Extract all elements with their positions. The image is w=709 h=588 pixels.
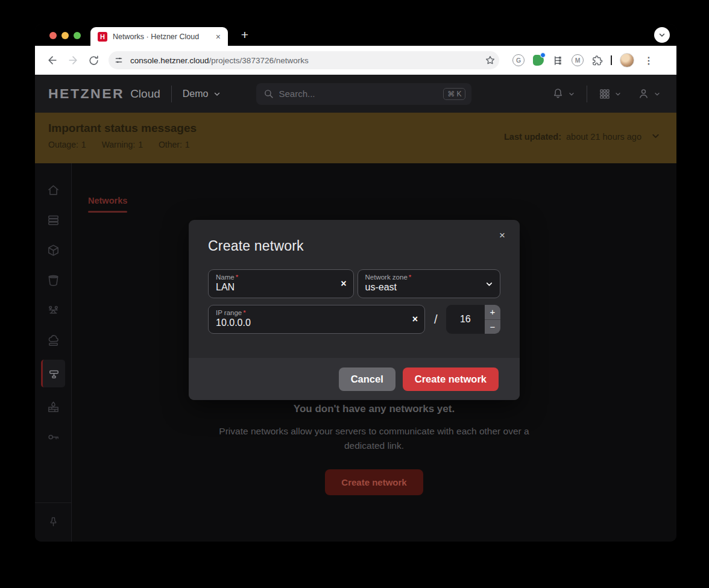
sidebar-item-security-keys[interactable] [42,426,64,448]
tab-networks[interactable]: Networks [88,196,127,213]
chevron-down-icon [485,280,494,289]
extensions-puzzle-icon[interactable] [591,55,603,66]
prefix-increment-button[interactable]: + [485,305,500,320]
extensions-area: G M ⋮ [512,53,655,67]
sidebar-item-networks[interactable] [41,360,65,387]
browser-toolbar: console.hetzner.cloud/projects/3873726/n… [35,46,676,75]
notifications-menu[interactable] [544,87,583,100]
bell-icon [552,87,564,100]
ip-range-clear-icon[interactable]: × [412,314,418,325]
sidebar-item-home[interactable] [42,179,64,201]
tab-active-underline [88,211,127,213]
other-stat: Other:1 [159,140,190,149]
sidebar-item-volumes[interactable] [42,239,64,261]
back-button[interactable] [45,52,60,68]
ip-range-label: IP range* [216,309,404,316]
browser-menu-button[interactable]: ⋮ [642,55,655,66]
chevron-down-icon [658,31,666,39]
grid-icon [599,88,611,100]
reload-icon [88,55,99,66]
empty-create-network-button[interactable]: Create network [325,469,423,495]
cloud-label: Cloud [130,87,160,101]
sidebar-item-servers[interactable] [42,209,64,231]
modal-footer: Cancel Create network [189,358,520,400]
site-settings-icon[interactable] [111,52,127,68]
empty-state-title: You don't have any networks yet. [72,403,676,415]
sidebar-pin-button[interactable] [42,511,64,533]
network-zone-field[interactable]: Network zone* us-east [358,269,501,298]
toolbar-separator [611,55,612,65]
home-icon [46,183,60,197]
network-zone-label: Network zone* [365,274,480,281]
url-text: console.hetzner.cloud/projects/3873726/n… [130,56,485,65]
sidebar-item-load-balancers[interactable] [42,299,64,321]
network-icon [47,367,61,381]
tab-networks-label: Networks [88,196,127,205]
user-menu[interactable] [629,87,663,100]
close-window-button[interactable] [49,32,57,39]
instapaper-extension-icon[interactable]: M [572,54,584,66]
reload-button[interactable] [86,52,101,68]
grammarly-extension-icon[interactable]: G [512,54,525,66]
search-shortcut-badge: ⌘ K [443,88,465,100]
sidebar-bottom [35,502,71,542]
load-balancer-icon [46,304,60,317]
status-banner: Important status messages Outage:1 Warni… [35,113,676,163]
sidebar-item-floating-ips[interactable] [42,330,64,351]
ip-range-field[interactable]: IP range* × [208,305,425,334]
evernote-extension-icon[interactable] [532,54,544,66]
network-zone-select[interactable]: us-east [365,282,480,293]
warning-stat: Warning:1 [102,140,143,149]
sidebar-item-firewalls[interactable] [42,396,64,418]
forward-button[interactable] [65,52,81,68]
sidebar [35,163,72,542]
app-header: HETZNER Cloud Demo Search... ⌘ K [35,75,676,113]
servers-icon [46,213,60,227]
floating-ip-icon [46,334,60,348]
chevron-down-icon [654,90,661,98]
fullscreen-window-button[interactable] [74,32,81,39]
bookmark-star-icon[interactable] [485,55,496,66]
prefix-decrement-button[interactable]: − [485,320,500,334]
project-selector[interactable]: Demo [183,89,222,99]
tab-strip: H Networks · Hetzner Cloud × + [35,24,676,46]
modal-close-icon[interactable]: × [497,228,508,243]
new-tab-button[interactable]: + [236,27,253,43]
name-clear-icon[interactable]: × [341,278,346,289]
search-placeholder: Search... [279,89,438,99]
tab-search-button[interactable] [654,27,670,43]
name-input[interactable] [216,282,333,293]
name-field[interactable]: Name* × [208,269,354,298]
firewall-icon [46,400,60,414]
ip-range-input[interactable] [216,317,404,328]
chevron-down-icon [614,90,622,98]
banner-expand-button[interactable] [651,131,661,141]
forward-arrow-icon [67,54,79,66]
minimize-window-button[interactable] [61,32,69,39]
person-icon [637,87,650,100]
prefix-separator: / [434,313,438,327]
name-label: Name* [216,274,333,281]
prefix-value[interactable]: 16 [446,305,485,334]
hetzner-favicon: H [98,32,107,42]
header-divider [171,86,172,102]
apps-menu[interactable] [591,88,629,100]
tree-extension-icon[interactable] [552,55,564,66]
browser-tab[interactable]: H Networks · Hetzner Cloud × [90,27,228,46]
sidebar-item-object-storage[interactable] [42,269,64,291]
cancel-button[interactable]: Cancel [339,367,395,391]
profile-avatar[interactable] [620,53,634,67]
create-network-modal: × Create network Name* × Network zone* u… [189,220,520,400]
create-network-button[interactable]: Create network [403,367,499,391]
tab-close-icon[interactable]: × [215,32,222,42]
search-input[interactable]: Search... ⌘ K [256,83,471,105]
chevron-down-icon [568,90,575,98]
project-name: Demo [183,89,209,99]
header-divider [587,86,587,102]
back-arrow-icon [46,54,58,66]
chevron-down-icon [213,90,221,98]
header-actions [544,86,663,102]
hetzner-logo: HETZNER [48,86,124,102]
bucket-icon [46,274,60,287]
url-bar[interactable]: console.hetzner.cloud/projects/3873726/n… [109,51,499,69]
